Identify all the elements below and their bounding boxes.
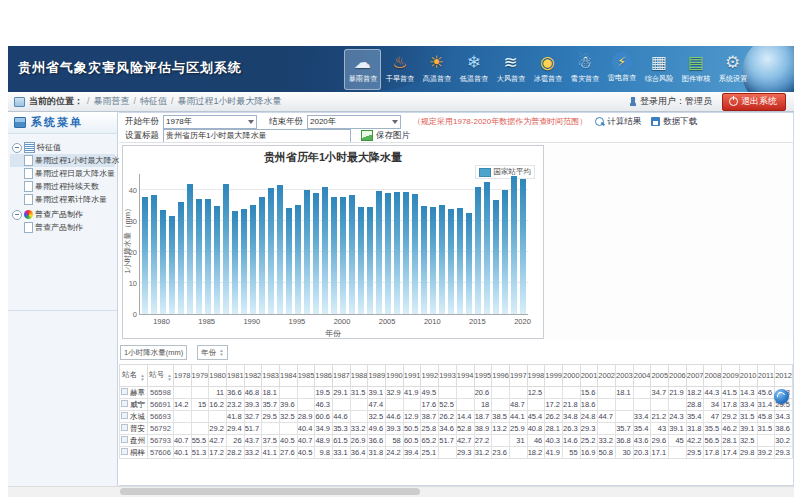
column-header-year-1987[interactable]: 1987	[333, 365, 351, 387]
value-cell: 29.1	[333, 387, 351, 399]
end-year-select[interactable]: 2020年	[307, 115, 401, 129]
row-expand-icon[interactable]	[121, 448, 128, 455]
column-header-year-1988[interactable]: 1988	[350, 365, 368, 387]
row-expand-icon[interactable]	[121, 436, 128, 443]
breadcrumb-separator: /	[87, 96, 90, 106]
chart-title-input[interactable]	[163, 129, 351, 143]
column-header-year-2010[interactable]: 2010	[739, 365, 757, 387]
value-cell: 51.7	[244, 423, 262, 435]
breadcrumb-item[interactable]: 特征值	[140, 96, 167, 106]
column-header-year-2000[interactable]: 2000	[562, 365, 580, 387]
column-header-year-1981[interactable]: 1981	[226, 365, 244, 387]
value-cell: 46.3	[315, 399, 333, 411]
nav-item-settings[interactable]: ⚙系统设置	[714, 49, 751, 90]
column-header-year-1985[interactable]: 1985	[297, 365, 315, 387]
breadcrumb-item[interactable]: 暴雨普查	[94, 96, 130, 106]
column-header-year-1989[interactable]: 1989	[368, 365, 386, 387]
column-header-year-1999[interactable]: 1999	[545, 365, 563, 387]
column-header-year-2003[interactable]: 2003	[616, 365, 634, 387]
column-header-year-1983[interactable]: 1983	[262, 365, 280, 387]
tree-group-普查产品制作[interactable]: 普查产品制作	[10, 208, 115, 221]
value-cell: 31.4	[757, 399, 775, 411]
column-header-year-1997[interactable]: 1997	[509, 365, 527, 387]
row-expand-icon[interactable]	[121, 412, 128, 419]
column-header-year-1992[interactable]: 1992	[421, 365, 439, 387]
scrollbar-thumb[interactable]	[120, 488, 420, 495]
tree-item-暴雨过程日最大降水量[interactable]: 暴雨过程日最大降水量	[10, 167, 115, 180]
tree-group-特征值[interactable]: 特征值	[10, 141, 115, 154]
column-header-year-1995[interactable]: 1995	[474, 365, 492, 387]
expander-icon[interactable]	[12, 143, 22, 153]
row-expand-icon[interactable]	[121, 400, 128, 407]
column-header-station-name[interactable]: 站名▲▼	[120, 365, 148, 387]
column-header-year-2007[interactable]: 2007	[686, 365, 704, 387]
nav-item-wind[interactable]: ≋大风普查	[492, 49, 529, 90]
column-header-year-2013[interactable]: 2013	[792, 365, 793, 387]
value-cell: 51.7	[439, 435, 457, 447]
table-row-56691[interactable]: 威宁5669114.21516.223.239.335.739.646.347.…	[120, 399, 794, 411]
weather-float-button[interactable]	[774, 389, 789, 404]
column-header-year-1993[interactable]: 1993	[439, 365, 457, 387]
nav-item-hail[interactable]: ◉冰雹普查	[529, 49, 566, 90]
table-row-56598[interactable]: 赫章565981136.646.818.119.529.131.539.132.…	[120, 387, 794, 399]
column-header-year-2004[interactable]: 2004	[633, 365, 651, 387]
column-header-year-2001[interactable]: 2001	[580, 365, 598, 387]
column-header-year-2006[interactable]: 2006	[669, 365, 687, 387]
nav-item-snow[interactable]: ☃雪灾普查	[566, 49, 603, 90]
column-header-year-1996[interactable]: 1996	[492, 365, 510, 387]
row-expand-icon[interactable]	[121, 388, 128, 395]
year-sort-filter[interactable]: 年份 ▲▼	[197, 345, 227, 360]
column-header-year-1986[interactable]: 1986	[315, 365, 333, 387]
tree-item-暴雨过程持续天数[interactable]: 暴雨过程持续天数	[10, 180, 115, 193]
table-row-56792[interactable]: 普安5679229.229.451.740.434.935.333.249.63…	[120, 423, 794, 435]
tree-item-暴雨过程累计降水量[interactable]: 暴雨过程累计降水量	[10, 193, 115, 206]
nav-item-composite-risk[interactable]: ▦综合风险	[640, 49, 677, 90]
value-cell	[633, 399, 651, 411]
field-filter[interactable]: 1小时降水量(mm)	[120, 345, 187, 360]
sort-icons[interactable]: ▲▼	[167, 374, 171, 382]
row-expand-icon[interactable]	[121, 424, 128, 431]
horizontal-scrollbar[interactable]	[8, 486, 794, 497]
value-cell: 31	[509, 435, 527, 447]
calculate-button[interactable]: 计算结果	[595, 116, 641, 128]
column-header-year-1998[interactable]: 1998	[527, 365, 545, 387]
value-cell	[279, 423, 297, 435]
column-header-year-2009[interactable]: 2009	[722, 365, 740, 387]
value-cell	[598, 423, 616, 435]
table-row-57606[interactable]: 桐梓5760640.151.317.228.233.241.127.640.59…	[120, 447, 794, 459]
column-header-year-2002[interactable]: 2002	[598, 365, 616, 387]
value-cell: 29.3	[580, 423, 598, 435]
column-header-year-2005[interactable]: 2005	[651, 365, 669, 387]
download-button[interactable]: 数据下载	[651, 116, 697, 128]
column-header-year-1990[interactable]: 1990	[386, 365, 404, 387]
bar-1992	[268, 188, 274, 314]
table-row-56793[interactable]: 盘州5679340.755.542.72643.737.540.540.748.…	[120, 435, 794, 447]
breadcrumb-item[interactable]: 暴雨过程1小时最大降水量	[178, 96, 282, 106]
column-header-year-1982[interactable]: 1982	[244, 365, 262, 387]
column-header-year-1979[interactable]: 1979	[191, 365, 209, 387]
nav-item-rainstorm[interactable]: ☁暴雨普查	[344, 49, 381, 90]
nav-item-low-temp[interactable]: ❄低温普查	[455, 49, 492, 90]
nav-item-drought[interactable]: ♨干旱普查	[381, 49, 418, 90]
column-header-year-1980[interactable]: 1980	[209, 365, 227, 387]
nav-item-lightning[interactable]: ⚡雷电普查	[603, 49, 640, 90]
start-year-select[interactable]: 1978年	[163, 115, 257, 129]
save-image-button[interactable]: 保存图片	[361, 130, 410, 142]
column-header-year-2012[interactable]: 2012	[775, 365, 793, 387]
column-header-year-1994[interactable]: 1994	[456, 365, 474, 387]
tree-item-暴雨过程1小时最大降水量[interactable]: 暴雨过程1小时最大降水量	[10, 154, 115, 167]
table-row-56693[interactable]: 水城5669341.832.729.532.528.960.644.632.54…	[120, 411, 794, 423]
column-header-year-2008[interactable]: 2008	[704, 365, 722, 387]
expander-icon[interactable]	[12, 210, 22, 220]
column-header-year-2011[interactable]: 2011	[757, 365, 775, 387]
column-header-year-1991[interactable]: 1991	[403, 365, 421, 387]
nav-item-high-temp[interactable]: ☀高温普查	[418, 49, 455, 90]
tree-item-普查产品制作[interactable]: 普查产品制作	[10, 221, 115, 234]
column-header-year-1978[interactable]: 1978	[173, 365, 191, 387]
column-header-year-1984[interactable]: 1984	[279, 365, 297, 387]
sort-icons[interactable]: ▲▼	[140, 374, 144, 382]
value-cell: 15.6	[580, 387, 598, 399]
nav-item-map-review[interactable]: ▤图件审核	[677, 49, 714, 90]
column-header-station-id[interactable]: 站号▲▼	[148, 365, 174, 387]
logout-button[interactable]: 退出系统	[722, 93, 786, 111]
